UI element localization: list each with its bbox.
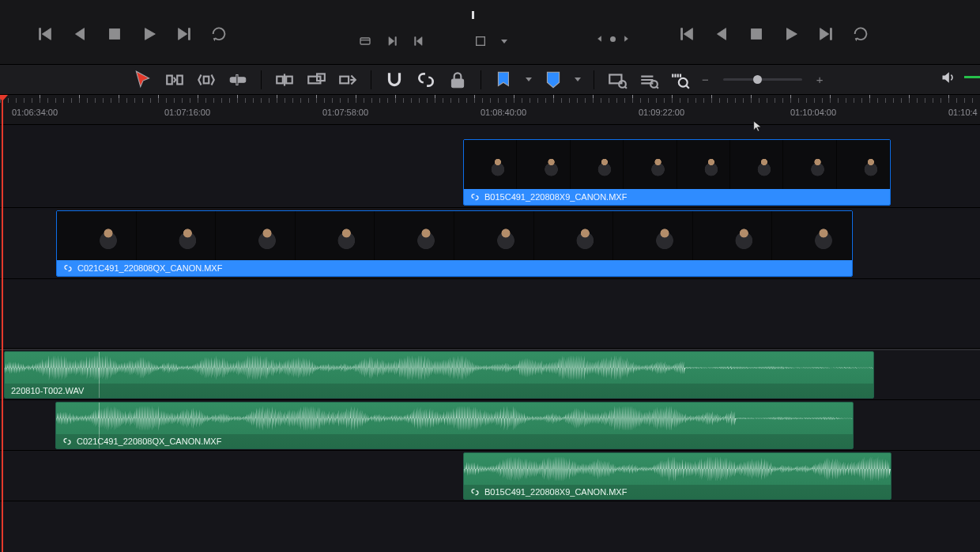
audio-clip-a3[interactable]: B015C491_220808X9_CANON.MXF: [463, 452, 891, 500]
chevron-down-icon[interactable]: [526, 78, 532, 81]
crop-icon[interactable]: [474, 35, 487, 47]
zoom-slider[interactable]: [723, 78, 802, 81]
nav-prev-icon[interactable]: [596, 35, 604, 43]
loop-icon[interactable]: [210, 25, 228, 43]
mouse-cursor-icon: [752, 119, 763, 133]
svg-rect-3: [752, 29, 762, 40]
ruler-timecode: 01:07:16:00: [164, 108, 210, 117]
svg-rect-4: [167, 75, 172, 84]
chevron-down-icon[interactable]: [575, 78, 581, 81]
clip-label-bar: C021C491_220808QX_CANON.MXF: [57, 260, 852, 276]
clip-name: C021C491_220808QX_CANON.MXF: [77, 263, 222, 273]
svg-point-17: [650, 81, 658, 88]
play-icon[interactable]: [782, 25, 800, 43]
ruler-timecode: 01:08:40:00: [481, 108, 526, 117]
source-range-controls: [359, 35, 425, 47]
svg-rect-2: [477, 37, 485, 46]
source-transport-controls: [36, 25, 228, 43]
play-icon[interactable]: [141, 25, 158, 43]
timeline-nav-dots: [596, 35, 630, 43]
stop-icon[interactable]: [106, 25, 123, 43]
ruler-timecode: 01:07:58:00: [322, 108, 368, 117]
chevron-down-icon[interactable]: [501, 40, 507, 43]
step-back-icon[interactable]: [713, 25, 730, 43]
clip-label-bar: 220810-T002.WAV: [5, 384, 873, 398]
blade-tool-icon[interactable]: [228, 70, 248, 90]
timeline-tracks-area[interactable]: B015C491_220808X9_CANON.MXF C021C491_220…: [0, 125, 980, 552]
svg-rect-6: [204, 76, 209, 83]
volume-level-bar[interactable]: [964, 76, 980, 78]
nav-dot-icon[interactable]: [610, 36, 616, 42]
ruler-timecode: 01:09:22:00: [639, 108, 684, 117]
toolbar-divider: [481, 70, 481, 89]
svg-rect-8: [236, 74, 238, 85]
timeline-toolbar: − +: [0, 65, 980, 95]
selection-tool-icon[interactable]: [133, 70, 153, 90]
viewer-transport-bar: [0, 0, 980, 65]
detail-zoom-icon[interactable]: [639, 70, 659, 90]
zoom-in-button[interactable]: +: [816, 73, 824, 86]
svg-rect-9: [277, 76, 283, 83]
clip-name: B015C491_220808X9_CANON.MXF: [484, 487, 627, 497]
timeline-playhead[interactable]: [2, 95, 3, 552]
link-icon: [63, 263, 73, 273]
svg-rect-13: [340, 76, 349, 83]
ruler-timecode: 01:06:34:00: [12, 108, 58, 117]
link-icon: [62, 437, 72, 446]
clip-thumbnails: [464, 140, 890, 189]
clip-label-bar: B015C491_220808X9_CANON.MXF: [464, 189, 890, 205]
insert-clip-icon[interactable]: [274, 70, 295, 90]
toolbar-divider: [261, 70, 262, 89]
svg-rect-1: [360, 38, 370, 44]
audio-waveform: [56, 403, 853, 434]
video-clip-v1[interactable]: C021C491_220808QX_CANON.MXF: [56, 210, 853, 277]
volume-icon[interactable]: [940, 70, 956, 85]
svg-rect-0: [110, 29, 120, 40]
flag-icon[interactable]: [494, 70, 514, 90]
viewer-playhead-marker: [472, 11, 474, 19]
linked-selection-icon[interactable]: [416, 70, 436, 90]
go-to-start-icon[interactable]: [36, 25, 54, 43]
prev-edit-icon[interactable]: [413, 35, 425, 47]
ruler-timecode: 01:10:4: [948, 108, 978, 117]
timeline-ruler[interactable]: 01:06:34:0001:07:16:0001:07:58:0001:08:4…: [0, 95, 980, 125]
svg-rect-10: [286, 76, 292, 83]
timeline-transport-controls: [678, 25, 869, 43]
dynamic-trim-tool-icon[interactable]: [196, 70, 217, 90]
custom-zoom-icon[interactable]: [670, 70, 691, 90]
timeline-viewer-menu: [474, 35, 507, 47]
next-edit-icon[interactable]: [386, 35, 398, 47]
match-frame-icon[interactable]: [359, 35, 371, 47]
clip-label-bar: B015C491_220808X9_CANON.MXF: [464, 485, 891, 499]
clip-name: 220810-T002.WAV: [11, 386, 84, 395]
position-lock-icon[interactable]: [447, 70, 468, 90]
link-icon: [470, 192, 480, 202]
toolbar-divider: [371, 70, 371, 89]
audio-clip-a2[interactable]: C021C491_220808QX_CANON.MXF: [55, 402, 854, 449]
nav-next-icon[interactable]: [622, 35, 630, 43]
toolbar-divider: [594, 70, 594, 89]
stop-icon[interactable]: [748, 25, 765, 43]
audio-clip-a1[interactable]: 220810-T002.WAV: [4, 351, 874, 399]
trim-edit-tool-icon[interactable]: [164, 70, 185, 90]
replace-clip-icon[interactable]: [337, 70, 358, 90]
zoom-slider-knob[interactable]: [753, 75, 762, 84]
snapping-icon[interactable]: [384, 70, 405, 90]
full-extent-zoom-icon[interactable]: [607, 70, 628, 90]
clip-thumbnails: [57, 211, 852, 260]
clip-name: B015C491_220808X9_CANON.MXF: [484, 192, 627, 202]
go-to-end-icon[interactable]: [175, 25, 193, 43]
clip-name: C021C491_220808QX_CANON.MXF: [77, 437, 221, 446]
go-to-end-icon[interactable]: [817, 25, 835, 43]
step-back-icon[interactable]: [71, 25, 89, 43]
ruler-ticks: [0, 95, 980, 103]
overwrite-clip-icon[interactable]: [306, 70, 326, 90]
link-icon: [470, 487, 480, 497]
audio-waveform: [464, 453, 891, 485]
loop-icon[interactable]: [852, 25, 869, 43]
go-to-start-icon[interactable]: [678, 25, 695, 43]
marker-icon[interactable]: [543, 70, 564, 90]
video-clip-v2[interactable]: B015C491_220808X9_CANON.MXF: [463, 139, 891, 206]
zoom-out-button[interactable]: −: [702, 73, 709, 86]
svg-rect-5: [177, 75, 183, 84]
